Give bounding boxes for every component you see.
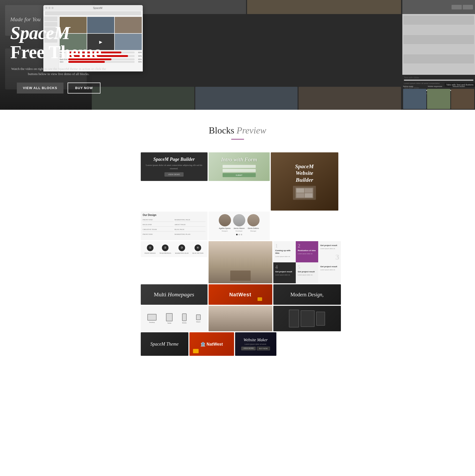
icon-label-2: TEAM PROFILES: [159, 252, 171, 254]
browser-dot-2: [48, 7, 50, 9]
preview-card-intro-form: Intro with Form SUBMIT: [209, 152, 270, 181]
website-builder-content: SpaceM Website Builder: [271, 152, 338, 211]
blocks-preview-section: Blocks Preview SpaceM Page Builder Lorem…: [0, 110, 475, 382]
team-pagination: [211, 234, 267, 235]
browser-title: SpaceM: [55, 7, 141, 9]
browser-url-bar: [45, 11, 141, 15]
device-tablet-label: Tablet: [167, 322, 171, 324]
browser-img-6: [115, 34, 142, 50]
team-dot-2: [238, 234, 240, 235]
team-dot-1: [236, 234, 238, 235]
buy-now-button[interactable]: BUY NOW: [68, 83, 101, 94]
wb-device-preview: [293, 186, 316, 200]
hero-made-for: Made for You: [10, 16, 107, 23]
hero-bottom-strip: [92, 87, 401, 110]
row2-spacer: [271, 212, 338, 240]
step-3-desc: Lorem ipsum dolor sit.: [320, 248, 339, 250]
step-3-title: Get project result: [320, 244, 339, 247]
hero-right-sidebar: [402, 14, 475, 75]
room-image-bg: [209, 306, 272, 331]
preview-card-design-grid: Our Design FRONT END MARKETING PAGE BACK…: [141, 212, 208, 240]
device-desktop-label: Desktop: [149, 322, 155, 323]
team-role-3: Manager: [250, 230, 256, 232]
hero-bottom-img-1: [92, 87, 194, 110]
step-5: 5 Get project result Lorem ipsum dolor s…: [296, 262, 318, 284]
blocks-title-italic: Preview: [237, 125, 266, 136]
modern-design-normal: Modern: [290, 292, 308, 297]
wm-btn-2[interactable]: BUY NOW: [257, 347, 270, 350]
preview-card-steps: 1 Coming up with idea Lorem ipsum dolor …: [273, 241, 341, 283]
team-avatar-2-img: [233, 214, 245, 226]
icon-circle-1: ①: [147, 245, 153, 251]
step-2: 2 Realization of idea Lorem ipsum dolor …: [296, 241, 318, 262]
team-name-1: Agatha Sparks: [219, 227, 231, 229]
preview-card-team: Agatha Sparks Designer James Mason Devel…: [209, 212, 270, 240]
wm-btn-1[interactable]: VIEW MORE: [241, 347, 256, 350]
office-image-content: [209, 241, 272, 283]
hero-bottom-img-2: [195, 87, 298, 110]
steps-grid: 1 Coming up with idea Lorem ipsum dolor …: [273, 241, 341, 283]
team-member-1: Agatha Sparks Designer: [219, 214, 231, 232]
hero-sidebar-item-4: [403, 45, 474, 54]
team-avatar-3: [247, 214, 260, 226]
icon-item-3: ③ MARKETING PLAN: [175, 245, 188, 254]
device-watch-label: Watch: [196, 321, 201, 323]
wb-preview-cell-4: [305, 193, 313, 198]
design-item-3: BACK END: [143, 223, 174, 227]
wb-preview-cell-1: [296, 188, 304, 193]
preview-card-devices: Desktop Tablet Mobile Watch: [141, 306, 208, 331]
step-3: 3 Get project result Lorem ipsum dolor s…: [318, 241, 341, 262]
step-1-desc: Lorem ipsum dolor sit.: [275, 255, 294, 258]
tech-device-2: [301, 310, 315, 327]
page-builder-content: SpaceM Page Builder Lorem ipsum dolor si…: [141, 152, 208, 181]
hero-top-img-2: [247, 0, 401, 14]
browser-bar-pct-design: 80%: [136, 52, 142, 53]
preview-card-office-2: NatWest: [209, 284, 272, 305]
hero-content: Made for You SpaceM Free Theme Watch the…: [10, 16, 107, 93]
hero-description: Watch the video on right to see the Spac…: [10, 67, 107, 77]
device-mobile: Mobile: [182, 313, 187, 324]
team-avatars: Agatha Sparks Designer James Mason Devel…: [211, 214, 267, 232]
browser-titlebar: SpaceM: [43, 5, 143, 11]
website-maker-buttons: VIEW MORE BUY NOW: [241, 347, 270, 350]
icon-label-3: MARKETING PLAN: [175, 252, 188, 254]
hero-bottom-right-img-3: [451, 89, 474, 109]
preview-card-multi-homepages: Multi Homepages: [141, 284, 208, 305]
icon-circle-3: ③: [178, 245, 185, 251]
step-1-label: 1: [275, 243, 294, 248]
team-name-3: Gloria Dotkins: [248, 227, 259, 229]
preview-card-room-image: [209, 306, 272, 331]
wb-line2: Website: [296, 170, 313, 176]
card-chip-bottom: [193, 349, 199, 353]
form-submit[interactable]: SUBMIT: [223, 173, 256, 177]
website-maker-title: Website Maker: [243, 338, 268, 342]
spacem-theme-title: SpaceM Theme: [150, 341, 178, 347]
hero-right-divider-1: [404, 80, 473, 81]
hero-title-bold: Free Theme: [10, 42, 107, 62]
design-item-5: CREATIVE TEAM: [143, 228, 174, 231]
view-all-blocks-button[interactable]: VIEW ALL BLOCKS: [17, 83, 63, 94]
team-role-2: Developer: [236, 230, 242, 232]
hero-right-top: [402, 0, 475, 14]
step-4-desc: Lorem ipsum dolor sit.: [275, 274, 294, 276]
wb-line3: Builder: [296, 177, 313, 183]
step-3-num-large: 3: [336, 253, 339, 261]
step-4-label: 4: [275, 264, 294, 270]
preview-card-website-maker: Website Maker Lorem ipsum dolor sit amet…: [235, 332, 276, 356]
browser-bar-pct-frontend: 90%: [136, 55, 142, 57]
step-1: 1 Coming up with idea Lorem ipsum dolor …: [273, 241, 296, 262]
spacem-theme-italic: Theme: [166, 341, 178, 347]
hero-right-panel: Text with Slider Lorem ipsum dolor sit a…: [402, 0, 475, 110]
team-avatar-3-img: [247, 214, 260, 226]
page-builder-btn[interactable]: VIEW DEMO: [164, 172, 184, 177]
step-4-title: Get project result: [275, 271, 294, 273]
device-tablet-icon: [166, 313, 173, 321]
preview-card-modern-design: Modern Design,: [273, 284, 341, 305]
hero-sidebar-item-1: [403, 16, 474, 25]
form-input-2: [223, 169, 256, 172]
team-avatar-1: [219, 214, 231, 226]
browser-dot-3: [52, 7, 54, 9]
step-5-label: 5: [298, 264, 316, 270]
team-member-2: James Mason Developer: [233, 214, 245, 232]
device-watch: Watch: [196, 314, 201, 323]
